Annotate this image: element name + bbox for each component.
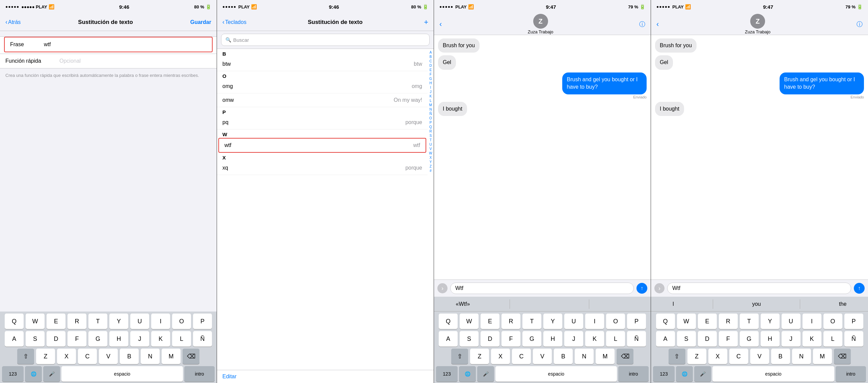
key-3-l[interactable]: L: [606, 331, 625, 347]
key-4-w[interactable]: W: [677, 314, 696, 329]
key-4-123[interactable]: 123: [653, 366, 675, 382]
key-r[interactable]: R: [67, 314, 86, 329]
key-4-p[interactable]: P: [844, 314, 863, 329]
key-4-q[interactable]: Q: [656, 314, 675, 329]
key-4-intro[interactable]: intro: [836, 366, 866, 382]
key-4-h[interactable]: H: [761, 331, 780, 347]
alpha-b[interactable]: B: [430, 55, 432, 59]
back-button-2[interactable]: ‹ Teclados: [222, 19, 246, 26]
list-item-btw[interactable]: btw btw: [217, 57, 428, 71]
key-q[interactable]: Q: [5, 314, 24, 329]
alpha-f[interactable]: F: [430, 72, 432, 77]
key-3-a[interactable]: A: [439, 331, 458, 347]
rapid-row-1[interactable]: Función rápida Opcional: [0, 54, 217, 68]
key-3-q[interactable]: Q: [439, 314, 458, 329]
key-s[interactable]: S: [26, 331, 45, 347]
key-4-z[interactable]: Z: [687, 349, 706, 364]
key-3-d[interactable]: D: [481, 331, 499, 347]
key-t[interactable]: T: [88, 314, 107, 329]
key-4-n[interactable]: N: [792, 349, 811, 364]
alpha-z[interactable]: Z: [430, 164, 432, 169]
input-field-3[interactable]: Wtf: [450, 283, 634, 294]
autocomplete-item-the-4[interactable]: the: [835, 301, 850, 307]
search-bar-2[interactable]: 🔍 Buscar: [221, 34, 430, 46]
key-3-g[interactable]: G: [522, 331, 541, 347]
key-p[interactable]: P: [193, 314, 212, 329]
key-o[interactable]: O: [172, 314, 191, 329]
key-a[interactable]: A: [5, 331, 24, 347]
key-3-v[interactable]: V: [533, 349, 552, 364]
autocomplete-item-i-4[interactable]: I: [669, 301, 678, 307]
key-3-b[interactable]: B: [554, 349, 573, 364]
key-n-tilde[interactable]: Ñ: [193, 331, 212, 347]
alpha-d[interactable]: D: [429, 63, 432, 68]
phrase-row-1[interactable]: Frase wtf: [4, 37, 213, 52]
info-button-3[interactable]: ⓘ: [639, 20, 645, 28]
alpha-n-tilde[interactable]: Ñ: [429, 112, 432, 116]
key-n[interactable]: N: [141, 349, 160, 364]
key-3-n-tilde[interactable]: Ñ: [627, 331, 646, 347]
key-e[interactable]: E: [47, 314, 65, 329]
key-3-z[interactable]: Z: [470, 349, 489, 364]
key-3-e[interactable]: E: [481, 314, 499, 329]
key-3-shift[interactable]: ⇧: [451, 349, 468, 364]
key-4-space[interactable]: espacio: [712, 366, 834, 382]
alpha-r[interactable]: R: [429, 129, 432, 134]
key-3-m[interactable]: M: [596, 349, 615, 364]
key-4-mic[interactable]: 🎤: [694, 366, 711, 382]
key-3-h[interactable]: H: [543, 331, 562, 347]
key-3-w[interactable]: W: [460, 314, 479, 329]
key-4-i[interactable]: I: [803, 314, 821, 329]
key-4-delete[interactable]: ⌫: [834, 349, 851, 364]
alpha-w[interactable]: W: [429, 151, 432, 155]
autocomplete-item-you-4[interactable]: you: [748, 301, 765, 307]
add-button-2[interactable]: +: [424, 18, 428, 27]
list-item-omw[interactable]: omw On my way!: [217, 93, 428, 107]
key-y[interactable]: Y: [109, 314, 128, 329]
key-k[interactable]: K: [151, 331, 170, 347]
edit-button-2[interactable]: Editar: [217, 370, 434, 383]
alpha-h[interactable]: H: [429, 81, 432, 85]
key-globe-1[interactable]: 🌐: [25, 366, 42, 382]
key-x[interactable]: X: [57, 349, 76, 364]
key-3-k[interactable]: K: [585, 331, 604, 347]
alpha-m[interactable]: M: [429, 103, 432, 107]
key-delete[interactable]: ⌫: [183, 349, 199, 364]
expand-button-3[interactable]: ›: [437, 283, 447, 293]
key-4-r[interactable]: R: [719, 314, 738, 329]
key-g[interactable]: G: [88, 331, 107, 347]
autocomplete-item-wtf-3[interactable]: «Wtf»: [452, 301, 474, 307]
alpha-c[interactable]: C: [429, 59, 432, 63]
alpha-j[interactable]: J: [430, 90, 432, 94]
key-mic-1[interactable]: 🎤: [43, 366, 60, 382]
phrase-value-1[interactable]: wtf: [44, 41, 207, 48]
input-field-4[interactable]: Wtf: [667, 283, 851, 294]
back-label-1[interactable]: Atrás: [8, 19, 21, 25]
alpha-l[interactable]: L: [430, 98, 432, 103]
key-3-globe[interactable]: 🌐: [459, 366, 476, 382]
key-4-g[interactable]: G: [740, 331, 759, 347]
key-m[interactable]: M: [162, 349, 181, 364]
key-4-o[interactable]: O: [823, 314, 842, 329]
key-3-123[interactable]: 123: [436, 366, 458, 382]
key-l[interactable]: L: [172, 331, 191, 347]
key-i[interactable]: I: [151, 314, 170, 329]
key-3-f[interactable]: F: [501, 331, 520, 347]
key-3-r[interactable]: R: [501, 314, 520, 329]
list-item-xq[interactable]: xq porque: [217, 161, 428, 175]
alpha-g[interactable]: G: [429, 77, 432, 81]
key-3-t[interactable]: T: [522, 314, 541, 329]
send-button-3[interactable]: ↑: [636, 283, 647, 294]
key-h[interactable]: H: [109, 331, 128, 347]
key-4-globe[interactable]: 🌐: [676, 366, 693, 382]
key-4-f[interactable]: F: [719, 331, 738, 347]
key-3-intro[interactable]: intro: [618, 366, 649, 382]
key-4-c[interactable]: C: [729, 349, 748, 364]
alpha-k[interactable]: K: [430, 94, 432, 98]
key-4-j[interactable]: J: [782, 331, 801, 347]
back-button-3[interactable]: ‹: [439, 20, 442, 29]
info-button-4[interactable]: ⓘ: [857, 20, 863, 28]
key-4-l[interactable]: L: [823, 331, 842, 347]
alpha-p[interactable]: P: [430, 120, 432, 125]
key-d[interactable]: D: [47, 331, 65, 347]
